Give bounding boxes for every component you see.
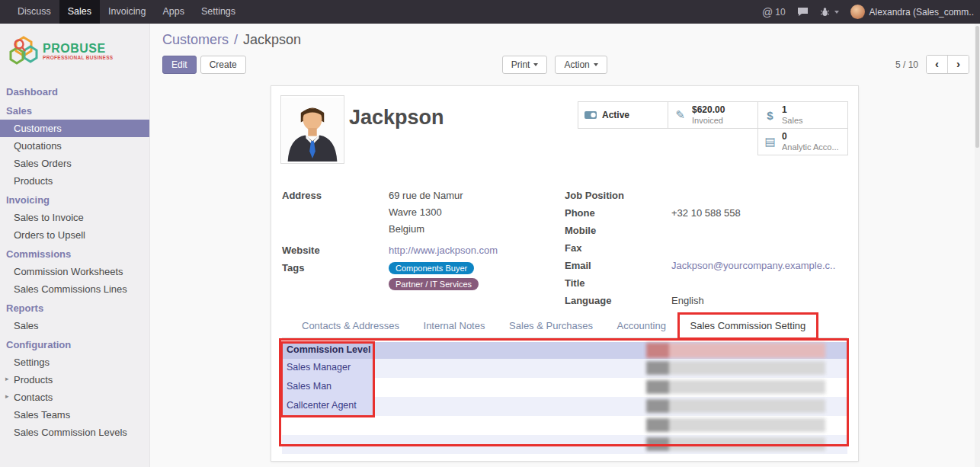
sidebar-item-products[interactable]: Products	[0, 172, 149, 190]
mention-icon: @	[762, 6, 773, 18]
redacted-region	[646, 418, 825, 432]
sidebar-item-config-contacts[interactable]: ▸Contacts	[0, 389, 149, 406]
pager: 5 / 10 ‹ ›	[895, 55, 969, 74]
website-link[interactable]: http://www.jackpson.com	[389, 245, 498, 257]
sidebar-section-reports[interactable]: Reports	[0, 298, 149, 317]
tab-internal-notes[interactable]: Internal Notes	[413, 315, 496, 337]
sidebar-item-orders-to-upsell[interactable]: Orders to Upsell	[0, 226, 149, 244]
breadcrumb: Customers / Jackpson	[150, 24, 980, 50]
phone-value[interactable]: +32 10 588 558	[671, 207, 741, 220]
edit-button[interactable]: Edit	[162, 56, 197, 74]
debug-menu[interactable]	[820, 7, 839, 17]
analytic-stat-button[interactable]: ▤ 0 Analytic Acco...	[757, 128, 848, 155]
sales-label: Sales	[782, 116, 803, 126]
active-stat-label: Active	[602, 110, 629, 120]
invoiced-value: $620.00	[692, 104, 725, 115]
stat-buttons: Active ✎ $620.00 Invoiced $ 1 Sales ▤ 0	[575, 101, 848, 155]
sidebar-item-sales-commissions-lines[interactable]: Sales Commissions Lines	[0, 280, 149, 298]
page-title: Jackpson	[349, 106, 444, 130]
sidebar-item-sales-orders[interactable]: Sales Orders	[0, 155, 149, 172]
empty-cell	[282, 435, 373, 454]
tab-sales-purchases[interactable]: Sales & Purchases	[498, 315, 604, 337]
sidebar-item-label: Contacts	[14, 392, 53, 403]
app-logo: PROBUSE PROFESSIONAL BUSINESS	[0, 24, 149, 82]
sidebar-section-sales[interactable]: Sales	[0, 101, 149, 120]
field-groups: Address 69 rue de Namur Wavre 1300 Belgi…	[282, 190, 847, 312]
commission-level-cell: Callcenter Agent	[282, 397, 373, 416]
sidebar-item-reports-sales[interactable]: Sales	[0, 317, 149, 334]
commission-table: Commission Level Sales Manager Sales Man…	[282, 342, 847, 454]
tags-label: Tags	[282, 262, 389, 294]
action-button[interactable]: Action	[555, 56, 607, 74]
tag-partner-it-services[interactable]: Partner / IT Services	[389, 278, 479, 290]
user-menu[interactable]: Alexandra (Sales_comm..	[850, 5, 974, 19]
redacted-region	[646, 343, 825, 358]
pager-next-button[interactable]: ›	[947, 56, 969, 73]
bug-icon	[820, 7, 830, 17]
sidebar-item-settings[interactable]: Settings	[0, 353, 149, 371]
sidebar-nav: Dashboard Sales Customers Quotations Sal…	[0, 82, 149, 441]
sidebar-item-quotations[interactable]: Quotations	[0, 137, 149, 155]
tab-sales-commission-setting[interactable]: Sales Commission Setting	[680, 315, 817, 337]
menu-invoicing[interactable]: Invoicing	[100, 0, 154, 24]
sidebar-item-customers[interactable]: Customers	[0, 120, 149, 137]
contact-photo[interactable]	[280, 95, 344, 164]
scrollbar-thumb[interactable]	[975, 26, 979, 148]
chevron-down-icon	[594, 63, 598, 66]
address-value[interactable]: 69 rue de Namur Wavre 1300 Belgium	[389, 190, 463, 240]
menu-sales[interactable]: Sales	[59, 0, 100, 24]
pager-count: 5 / 10	[895, 59, 918, 70]
invoiced-stat-button[interactable]: ✎ $620.00 Invoiced	[668, 101, 758, 129]
sidebar-item-dashboard[interactable]: Dashboard	[0, 82, 149, 101]
table-row[interactable]: Callcenter Agent	[282, 397, 847, 416]
sidebar-section-invoicing[interactable]: Invoicing	[0, 190, 149, 209]
language-value[interactable]: English	[671, 295, 704, 308]
invoiced-label: Invoiced	[692, 116, 725, 126]
topbar-right: @ 10 Alexandra (Sales_comm..	[762, 0, 980, 24]
create-button[interactable]: Create	[200, 56, 246, 74]
address-label: Address	[282, 190, 389, 240]
mention-counter[interactable]: @ 10	[762, 6, 786, 18]
analytic-count: 0	[782, 131, 839, 142]
active-toggle-icon	[584, 109, 597, 122]
redacted-region	[646, 437, 825, 451]
email-link[interactable]: Jackpson@yourcompany.example.c..	[671, 260, 835, 273]
menu-apps[interactable]: Apps	[154, 0, 193, 24]
email-label: Email	[565, 260, 671, 273]
sidebar-item-sales-commission-levels[interactable]: Sales Commission Levels	[0, 424, 149, 441]
expand-arrow-icon: ▸	[5, 375, 9, 382]
record-sheet: Jackpson Active ✎ $620.00 Invoiced $ 1	[271, 85, 859, 462]
topbar-menus: Discuss Sales Invoicing Apps Settings	[0, 0, 244, 24]
menu-settings[interactable]: Settings	[193, 0, 244, 24]
sidebar-section-commissions[interactable]: Commissions	[0, 244, 149, 263]
address-country: Belgium	[389, 223, 463, 235]
control-panel-buttons: Edit Create Print Action 5 / 10 ‹ ›	[150, 50, 980, 82]
logo-subtitle: PROFESSIONAL BUSINESS	[43, 55, 114, 60]
menu-discuss[interactable]: Discuss	[9, 0, 59, 24]
breadcrumb-customers[interactable]: Customers	[162, 32, 229, 47]
table-row[interactable]: Sales Man	[282, 378, 847, 397]
print-button[interactable]: Print	[502, 56, 548, 74]
commission-level-cell: Sales Man	[282, 378, 373, 397]
table-row[interactable]: Sales Manager	[282, 359, 847, 378]
tab-accounting[interactable]: Accounting	[607, 315, 677, 337]
active-stat-button[interactable]: Active	[578, 101, 668, 129]
sidebar-item-sales-to-invoice[interactable]: Sales to Invoice	[0, 209, 149, 226]
pager-previous-button[interactable]: ‹	[927, 56, 947, 73]
sidebar-section-configuration[interactable]: Configuration	[0, 334, 149, 353]
sidebar-item-config-products[interactable]: ▸Products	[0, 371, 149, 389]
messages-icon[interactable]	[797, 7, 809, 17]
action-label: Action	[564, 59, 589, 70]
tag-components-buyer[interactable]: Components Buyer	[389, 262, 474, 274]
logo-title: PROBUSE	[43, 42, 114, 56]
field-group-left: Address 69 rue de Namur Wavre 1300 Belgi…	[282, 190, 565, 312]
sales-stat-button[interactable]: $ 1 Sales	[757, 101, 848, 129]
sidebar: PROBUSE PROFESSIONAL BUSINESS Dashboard …	[0, 24, 150, 467]
sidebar-item-sales-teams[interactable]: Sales Teams	[0, 406, 149, 424]
analytic-label: Analytic Acco...	[782, 142, 839, 152]
field-group-right: Job Position Phone+32 10 588 558 Mobile …	[565, 190, 847, 312]
page-scrollbar[interactable]	[975, 24, 980, 467]
tab-contacts-addresses[interactable]: Contacts & Addresses	[291, 315, 410, 337]
sidebar-item-commission-worksheets[interactable]: Commission Worksheets	[0, 263, 149, 280]
title-label: Title	[565, 277, 671, 290]
